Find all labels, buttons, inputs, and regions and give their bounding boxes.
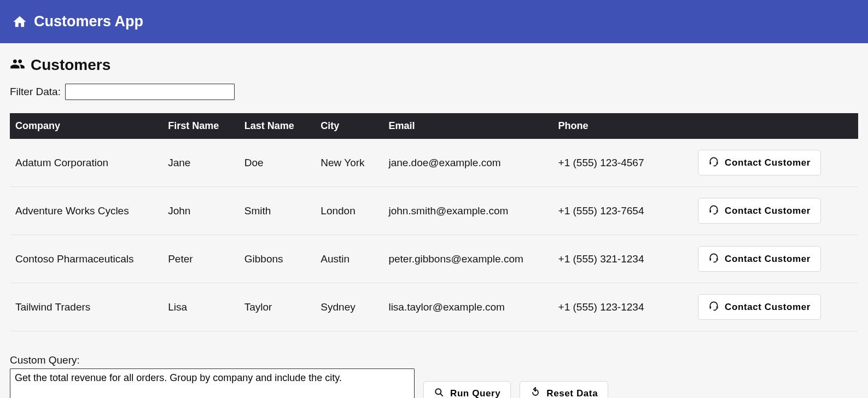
run-query-label: Run Query bbox=[450, 388, 500, 398]
query-textarea[interactable] bbox=[10, 368, 415, 398]
app-title: Customers App bbox=[34, 13, 143, 30]
cell-email: lisa.taylor@example.com bbox=[383, 283, 552, 331]
headset-icon bbox=[708, 204, 719, 218]
cell-action: Contact Customer bbox=[680, 187, 858, 235]
contact-customer-label: Contact Customer bbox=[725, 302, 811, 313]
svg-rect-3 bbox=[716, 210, 718, 213]
svg-line-9 bbox=[440, 394, 443, 396]
svg-point-8 bbox=[435, 389, 441, 394]
contact-customer-label: Contact Customer bbox=[725, 254, 811, 265]
cell-city: London bbox=[315, 187, 383, 235]
contact-customer-button[interactable]: Contact Customer bbox=[698, 246, 821, 272]
col-phone: Phone bbox=[553, 113, 680, 139]
cell-first-name: Jane bbox=[162, 139, 239, 187]
cell-company: Tailwind Traders bbox=[10, 283, 162, 331]
cell-company: Adventure Works Cycles bbox=[10, 187, 162, 235]
svg-rect-0 bbox=[710, 162, 712, 165]
reset-data-label: Reset Data bbox=[546, 388, 598, 398]
cell-email: john.smith@example.com bbox=[383, 187, 552, 235]
cell-action: Contact Customer bbox=[680, 235, 858, 283]
cell-phone: +1 (555) 123-1234 bbox=[553, 283, 680, 331]
cell-last-name: Gibbons bbox=[239, 235, 316, 283]
home-icon[interactable] bbox=[12, 14, 27, 30]
customers-table: Company First Name Last Name City Email … bbox=[10, 113, 858, 331]
refresh-icon bbox=[530, 387, 541, 399]
contact-customer-button[interactable]: Contact Customer bbox=[698, 150, 821, 175]
search-icon bbox=[434, 387, 445, 399]
cell-action: Contact Customer bbox=[680, 139, 858, 187]
headset-icon bbox=[708, 156, 719, 169]
svg-rect-2 bbox=[710, 210, 712, 213]
cell-last-name: Taylor bbox=[239, 283, 316, 331]
cell-last-name: Doe bbox=[239, 139, 316, 187]
cell-phone: +1 (555) 123-7654 bbox=[553, 187, 680, 235]
cell-first-name: Peter bbox=[162, 235, 239, 283]
cell-last-name: Smith bbox=[239, 187, 316, 235]
cell-city: New York bbox=[315, 139, 383, 187]
col-first-name: First Name bbox=[162, 113, 239, 139]
contact-customer-button[interactable]: Contact Customer bbox=[698, 294, 821, 320]
contact-customer-button[interactable]: Contact Customer bbox=[698, 198, 821, 224]
cell-city: Austin bbox=[315, 235, 383, 283]
reset-data-button[interactable]: Reset Data bbox=[520, 381, 608, 399]
filter-input[interactable] bbox=[65, 84, 235, 100]
svg-rect-1 bbox=[716, 162, 718, 165]
col-email: Email bbox=[383, 113, 552, 139]
page-title: Customers bbox=[31, 56, 110, 74]
filter-label: Filter Data: bbox=[10, 86, 61, 98]
cell-city: Sydney bbox=[315, 283, 383, 331]
query-label: Custom Query: bbox=[10, 354, 858, 366]
cell-first-name: John bbox=[162, 187, 239, 235]
cell-company: Contoso Pharmaceuticals bbox=[10, 235, 162, 283]
cell-first-name: Lisa bbox=[162, 283, 239, 331]
cell-company: Adatum Corporation bbox=[10, 139, 162, 187]
col-actions bbox=[680, 113, 858, 139]
table-row: Contoso PharmaceuticalsPeterGibbonsAusti… bbox=[10, 235, 858, 283]
contact-customer-label: Contact Customer bbox=[725, 206, 811, 216]
svg-rect-7 bbox=[716, 306, 718, 309]
svg-rect-6 bbox=[710, 306, 712, 309]
run-query-button[interactable]: Run Query bbox=[423, 381, 511, 399]
cell-phone: +1 (555) 123-4567 bbox=[553, 139, 680, 187]
svg-rect-4 bbox=[710, 258, 712, 261]
table-row: Tailwind TradersLisaTaylorSydneylisa.tay… bbox=[10, 283, 858, 331]
cell-action: Contact Customer bbox=[680, 283, 858, 331]
headset-icon bbox=[708, 252, 719, 266]
contact-customer-label: Contact Customer bbox=[725, 157, 811, 168]
cell-phone: +1 (555) 321-1234 bbox=[553, 235, 680, 283]
svg-rect-5 bbox=[716, 258, 718, 261]
col-last-name: Last Name bbox=[239, 113, 316, 139]
table-header-row: Company First Name Last Name City Email … bbox=[10, 113, 858, 139]
people-icon bbox=[10, 56, 25, 74]
cell-email: jane.doe@example.com bbox=[383, 139, 552, 187]
cell-email: peter.gibbons@example.com bbox=[383, 235, 552, 283]
page-heading: Customers bbox=[10, 56, 858, 74]
app-header: Customers App bbox=[0, 0, 868, 43]
table-row: Adatum CorporationJaneDoeNew Yorkjane.do… bbox=[10, 139, 858, 187]
col-company: Company bbox=[10, 113, 162, 139]
headset-icon bbox=[708, 300, 719, 314]
table-row: Adventure Works CyclesJohnSmithLondonjoh… bbox=[10, 187, 858, 235]
col-city: City bbox=[315, 113, 383, 139]
